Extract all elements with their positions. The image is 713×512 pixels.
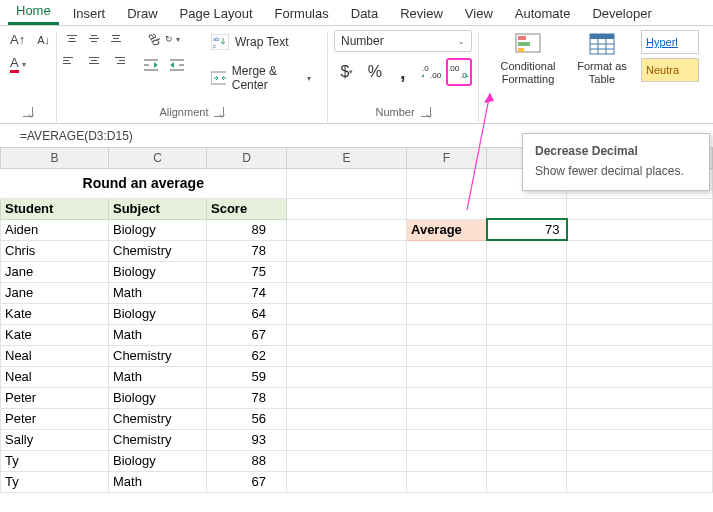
align-left-button[interactable] (63, 52, 81, 68)
col-header[interactable]: B (1, 148, 109, 168)
table-cell[interactable]: Biology (109, 303, 207, 324)
svg-text:.0: .0 (422, 64, 429, 73)
cell-style-neutral[interactable]: Neutra (641, 58, 699, 82)
align-center-button[interactable] (85, 52, 103, 68)
table-cell[interactable]: 64 (207, 303, 287, 324)
accounting-format-button[interactable]: $▾ (334, 58, 360, 86)
comma-format-button[interactable]: , (390, 58, 416, 86)
table-cell[interactable]: Peter (1, 387, 109, 408)
tab-home[interactable]: Home (8, 0, 59, 25)
ribbon-tabs: Home Insert Draw Page Layout Formulas Da… (0, 0, 713, 26)
conditional-formatting-icon (514, 32, 542, 56)
wrap-text-button[interactable]: abc Wrap Text (207, 32, 315, 52)
table-cell[interactable]: 75 (207, 261, 287, 282)
svg-text:.00: .00 (448, 64, 460, 73)
align-right-button[interactable] (107, 52, 125, 68)
table-cell[interactable]: Neal (1, 366, 109, 387)
table-cell[interactable]: Chemistry (109, 429, 207, 450)
table-cell[interactable]: Ty (1, 450, 109, 471)
table-cell[interactable]: Chris (1, 240, 109, 261)
align-top-button[interactable] (63, 30, 81, 46)
col-header[interactable]: E (287, 148, 407, 168)
format-as-table-button[interactable]: Format asTable (567, 30, 637, 87)
table-cell[interactable]: Aiden (1, 219, 109, 240)
align-bottom-button[interactable] (107, 30, 125, 46)
table-cell[interactable]: 93 (207, 429, 287, 450)
table-cell[interactable]: 78 (207, 240, 287, 261)
table-cell[interactable]: Math (109, 324, 207, 345)
tab-formulas[interactable]: Formulas (267, 2, 337, 25)
alignment-group-launcher-icon[interactable] (214, 107, 224, 117)
table-cell[interactable]: Neal (1, 345, 109, 366)
font-color-button[interactable]: A▾ (6, 53, 30, 75)
increase-decimal-button[interactable]: .0.00 (418, 58, 444, 86)
table-cell[interactable]: Kate (1, 324, 109, 345)
table-cell[interactable]: 89 (207, 219, 287, 240)
table-cell[interactable]: Math (109, 282, 207, 303)
svg-text:.00: .00 (430, 71, 442, 80)
tab-draw[interactable]: Draw (119, 2, 165, 25)
merge-center-label: Merge & Center (232, 64, 301, 92)
tab-insert[interactable]: Insert (65, 2, 114, 25)
table-cell[interactable]: 74 (207, 282, 287, 303)
decrease-decimal-button[interactable]: .00.0 (446, 58, 472, 86)
average-label-cell[interactable]: Average (407, 219, 487, 240)
svg-rect-11 (518, 48, 524, 52)
orientation-button[interactable]: ab↻▾ (139, 30, 189, 48)
alignment-grid (63, 30, 127, 72)
average-value-cell[interactable]: 73 (487, 219, 567, 240)
col-header[interactable]: C (109, 148, 207, 168)
table-cell[interactable]: Biology (109, 261, 207, 282)
table-cell[interactable]: Chemistry (109, 345, 207, 366)
table-cell[interactable]: 62 (207, 345, 287, 366)
svg-text:ab: ab (213, 36, 220, 42)
svg-rect-10 (518, 42, 530, 46)
font-group-launcher-icon[interactable] (23, 107, 33, 117)
decrease-indent-button[interactable] (139, 56, 163, 74)
merge-center-button[interactable]: Merge & Center ▾ (207, 62, 315, 94)
increase-font-button[interactable]: A↑ (6, 30, 29, 49)
table-cell[interactable]: 88 (207, 450, 287, 471)
table-cell[interactable]: Chemistry (109, 408, 207, 429)
table-cell[interactable]: Jane (1, 261, 109, 282)
percent-format-button[interactable]: % (362, 58, 388, 86)
tab-review[interactable]: Review (392, 2, 451, 25)
cell-style-hyperlink[interactable]: Hyperl (641, 30, 699, 54)
tab-developer[interactable]: Developer (584, 2, 659, 25)
conditional-formatting-button[interactable]: ConditionalFormatting (493, 30, 563, 87)
cell-styles-gallery[interactable]: Hyperl Neutra (641, 30, 699, 87)
decrease-font-button[interactable]: A↓ (33, 30, 54, 49)
table-cell[interactable]: 59 (207, 366, 287, 387)
tab-data[interactable]: Data (343, 2, 386, 25)
table-cell[interactable]: 67 (207, 471, 287, 492)
number-format-select[interactable]: Number⌄ (334, 30, 472, 52)
tab-view[interactable]: View (457, 2, 501, 25)
spreadsheet-grid[interactable]: B C D E F G Round an average Student Sub… (0, 148, 713, 493)
number-format-value: Number (341, 34, 384, 48)
table-cell[interactable]: Biology (109, 450, 207, 471)
tooltip-body: Show fewer decimal places. (535, 164, 697, 178)
table-cell[interactable]: 56 (207, 408, 287, 429)
table-cell[interactable]: Biology (109, 219, 207, 240)
table-cell[interactable]: 78 (207, 387, 287, 408)
table-cell[interactable]: Jane (1, 282, 109, 303)
table-cell[interactable]: Biology (109, 387, 207, 408)
table-cell[interactable]: 67 (207, 324, 287, 345)
increase-indent-button[interactable] (165, 56, 189, 74)
tooltip-decrease-decimal: Decrease Decimal Show fewer decimal plac… (522, 133, 710, 191)
table-cell[interactable]: Chemistry (109, 240, 207, 261)
col-header[interactable]: D (207, 148, 287, 168)
table-cell[interactable]: Kate (1, 303, 109, 324)
table-cell[interactable]: Ty (1, 471, 109, 492)
number-group-launcher-icon[interactable] (421, 107, 431, 117)
col-header[interactable]: F (407, 148, 487, 168)
table-cell[interactable]: Peter (1, 408, 109, 429)
tab-pagelayout[interactable]: Page Layout (172, 2, 261, 25)
table-cell[interactable]: Math (109, 366, 207, 387)
table-cell[interactable]: Math (109, 471, 207, 492)
svg-rect-9 (518, 36, 526, 40)
tab-automate[interactable]: Automate (507, 2, 579, 25)
table-cell[interactable]: Sally (1, 429, 109, 450)
wrap-text-icon: abc (211, 34, 229, 50)
align-middle-button[interactable] (85, 30, 103, 46)
